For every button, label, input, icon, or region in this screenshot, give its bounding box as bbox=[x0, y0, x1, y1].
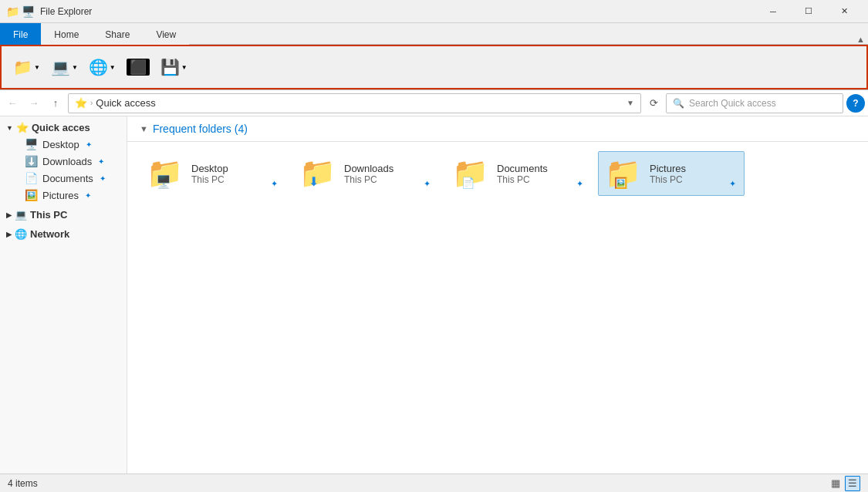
folder-desktop-icon-wrap: 📁 🖥️ bbox=[147, 158, 184, 189]
forward-button[interactable]: → bbox=[25, 94, 43, 113]
content-area: ▼ Frequent folders (4) 📁 🖥️ Desktop This… bbox=[127, 116, 868, 473]
minimize-button[interactable]: ─ bbox=[755, 0, 791, 23]
folder-documents-inner: 📁 📄 Documents This PC bbox=[452, 158, 585, 189]
toolbar-btn-drive[interactable]: 💾 ▼ bbox=[155, 57, 193, 77]
folder-downloads-icon-wrap: 📁 ⬇ bbox=[299, 158, 336, 189]
help-button[interactable]: ? bbox=[846, 94, 865, 113]
address-star-icon: ⭐ bbox=[75, 97, 87, 109]
app-icon-folder: 📁 bbox=[6, 5, 19, 18]
sidebar-thispc-collapse-icon: ▶ bbox=[6, 211, 12, 219]
network-icon: 🌐 bbox=[15, 228, 27, 240]
toolbar-btn-pc[interactable]: 💻 ▼ bbox=[46, 57, 83, 77]
sidebar-item-pictures[interactable]: 🖼️ Pictures ✦ bbox=[15, 187, 127, 204]
sidebar: ▼ ⭐ Quick acces 🖥️ Desktop ✦ ⬇️ Download… bbox=[0, 116, 127, 473]
window-title: File Explorer bbox=[40, 6, 755, 17]
network-folder-icon: 🌐 bbox=[89, 59, 108, 75]
status-item-count: 4 items bbox=[8, 478, 38, 489]
tab-home[interactable]: Home bbox=[41, 23, 92, 45]
folder-pictures-inner: 📁 🖼️ Pictures This PC bbox=[605, 158, 738, 189]
folder-item-downloads[interactable]: 📁 ⬇ Downloads This PC ✦ bbox=[292, 151, 439, 196]
status-view-buttons: ▦ ☰ bbox=[828, 476, 860, 491]
desktop-pin-icon: ✦ bbox=[86, 140, 92, 149]
section-collapse-icon[interactable]: ▼ bbox=[140, 124, 148, 133]
sidebar-header-quick-access[interactable]: ▼ ⭐ Quick acces bbox=[0, 120, 127, 136]
folder-pictures-icon-wrap: 📁 🖼️ bbox=[605, 158, 642, 189]
sidebar-item-documents[interactable]: 📄 Documents ✦ bbox=[15, 170, 127, 187]
pictures-icon: 🖼️ bbox=[25, 189, 38, 201]
ribbon-toolbar: 📁 ▼ 💻 ▼ 🌐 ▼ ⬛ 💾 ▼ bbox=[0, 45, 868, 89]
sidebar-quick-access-items: 🖥️ Desktop ✦ ⬇️ Downloads ✦ 📄 Documents … bbox=[0, 136, 127, 204]
refresh-button[interactable]: ⟳ bbox=[644, 94, 663, 113]
folder-downloads-sub: This PC bbox=[344, 174, 432, 185]
folder-documents-pin-icon: ✦ bbox=[576, 179, 583, 189]
nav-bar: ← → ↑ ⭐ › Quick access ▼ ⟳ 🔍 Search Quic… bbox=[0, 90, 868, 116]
sidebar-item-downloads[interactable]: ⬇️ Downloads ✦ bbox=[15, 153, 127, 170]
section-header: ▼ Frequent folders (4) bbox=[127, 116, 868, 142]
sidebar-quick-access-label: Quick acces bbox=[32, 122, 90, 133]
main-area: ▼ ⭐ Quick acces 🖥️ Desktop ✦ ⬇️ Download… bbox=[0, 116, 868, 473]
view-details-button[interactable]: ☰ bbox=[845, 476, 860, 491]
folder-documents-icon-wrap: 📁 📄 bbox=[452, 158, 489, 189]
dropdown-arrow: ▼ bbox=[72, 64, 78, 71]
search-bar[interactable]: 🔍 Search Quick access bbox=[666, 93, 843, 113]
folder-documents-name: Documents bbox=[497, 163, 585, 174]
folder-desktop-pin-icon: ✦ bbox=[271, 179, 278, 189]
folder-desktop-name: Desktop bbox=[191, 163, 279, 174]
dropdown-arrow: ▼ bbox=[110, 64, 116, 71]
toolbar-btn-folder-open[interactable]: 📁 ▼ bbox=[8, 57, 46, 77]
window-controls[interactable]: ─ ☐ ✕ bbox=[755, 0, 862, 23]
back-button[interactable]: ← bbox=[3, 94, 22, 113]
toolbar-btn-network-folder[interactable]: 🌐 ▼ bbox=[83, 57, 121, 77]
view-medium-icons-button[interactable]: ▦ bbox=[828, 476, 843, 491]
folder-downloads-info: Downloads This PC bbox=[344, 163, 432, 185]
folder-documents-badge-icon: 📄 bbox=[461, 177, 475, 189]
ribbon: File Home Share View ▲ 📁 ▼ 💻 ▼ 🌐 ▼ bbox=[0, 23, 868, 90]
maximize-button[interactable]: ☐ bbox=[791, 0, 826, 23]
drive-icon: 💾 bbox=[160, 59, 180, 75]
status-bar: 4 items ▦ ☰ bbox=[0, 473, 868, 492]
dropdown-arrow: ▼ bbox=[181, 64, 187, 71]
toolbar-btn-terminal[interactable]: ⬛ bbox=[121, 56, 155, 78]
sidebar-network-label: Network bbox=[30, 228, 69, 240]
tab-share[interactable]: Share bbox=[92, 23, 143, 45]
title-bar-app-icons: 📁 🖥️ bbox=[6, 5, 34, 18]
folder-downloads-pin-icon: ✦ bbox=[424, 179, 431, 189]
documents-icon: 📄 bbox=[25, 172, 38, 184]
title-bar: 📁 🖥️ File Explorer ─ ☐ ✕ bbox=[0, 0, 868, 23]
sidebar-downloads-label: Downloads bbox=[42, 156, 92, 167]
folder-desktop-sub: This PC bbox=[191, 174, 279, 185]
search-icon: 🔍 bbox=[673, 98, 684, 109]
folder-desktop-inner: 📁 🖥️ Desktop This PC bbox=[147, 158, 279, 189]
ribbon-collapse[interactable]: ▲ bbox=[856, 35, 868, 45]
address-bar[interactable]: ⭐ › Quick access ▼ bbox=[68, 93, 641, 113]
sidebar-section-this-pc: ▶ 💻 This PC bbox=[0, 207, 127, 223]
folder-item-documents[interactable]: 📁 📄 Documents This PC ✦ bbox=[445, 151, 592, 196]
downloads-icon: ⬇️ bbox=[25, 155, 38, 167]
folder-pictures-badge-icon: 🖼️ bbox=[614, 177, 627, 189]
sidebar-item-desktop[interactable]: 🖥️ Desktop ✦ bbox=[15, 136, 127, 153]
sidebar-collapse-icon: ▼ bbox=[6, 124, 13, 132]
this-pc-icon: 💻 bbox=[15, 209, 27, 221]
folder-documents-info: Documents This PC bbox=[497, 163, 585, 185]
folder-item-pictures[interactable]: 📁 🖼️ Pictures This PC ✦ bbox=[598, 151, 745, 196]
address-dropdown-icon[interactable]: ▼ bbox=[627, 99, 634, 107]
sidebar-network-collapse-icon: ▶ bbox=[6, 231, 12, 238]
dropdown-arrow: ▼ bbox=[34, 64, 40, 71]
folder-pictures-name: Pictures bbox=[650, 163, 738, 174]
folder-item-desktop[interactable]: 📁 🖥️ Desktop This PC ✦ bbox=[140, 151, 286, 196]
close-button[interactable]: ✕ bbox=[826, 0, 862, 23]
sidebar-header-this-pc[interactable]: ▶ 💻 This PC bbox=[0, 207, 127, 223]
tab-view[interactable]: View bbox=[143, 23, 189, 45]
address-quick-access[interactable]: Quick access bbox=[96, 97, 155, 109]
up-button[interactable]: ↑ bbox=[46, 94, 65, 113]
folder-desktop-info: Desktop This PC bbox=[191, 163, 279, 185]
folder-downloads-badge-icon: ⬇ bbox=[309, 174, 319, 189]
app-icon-pc: 🖥️ bbox=[22, 5, 34, 18]
pc-icon: 💻 bbox=[51, 59, 70, 75]
tab-file[interactable]: File bbox=[0, 23, 41, 45]
ribbon-tabs: File Home Share View ▲ bbox=[0, 23, 868, 45]
downloads-pin-icon: ✦ bbox=[98, 157, 104, 166]
pictures-pin-icon: ✦ bbox=[85, 191, 91, 200]
folder-documents-sub: This PC bbox=[497, 174, 585, 185]
sidebar-header-network[interactable]: ▶ 🌐 Network bbox=[0, 226, 127, 242]
